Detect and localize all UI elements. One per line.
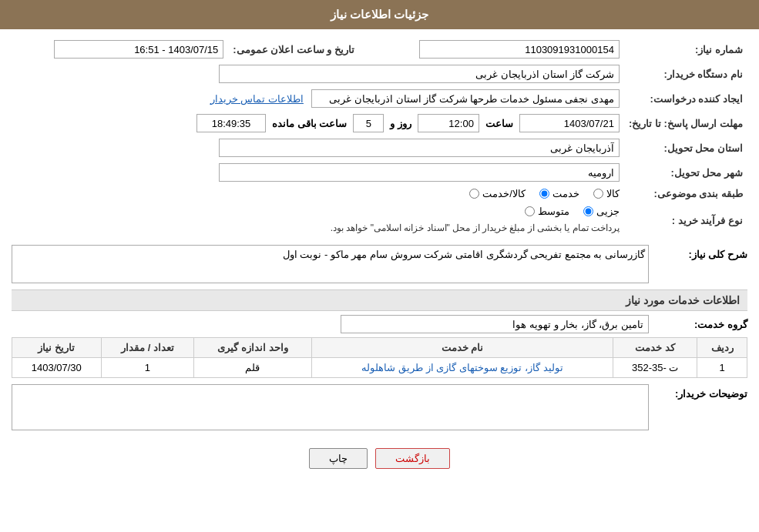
page-wrapper: جزئیات اطلاعات نیاز شماره نیاز: 11030919… <box>0 0 759 532</box>
remaining-input: 18:49:35 <box>196 114 266 132</box>
announce-date-value: 1403/07/15 - 16:51 <box>12 37 228 62</box>
radio-kala[interactable]: کالا <box>591 188 620 199</box>
radio-khadamat-input[interactable] <box>539 189 549 199</box>
col-header-code: کد خدمت <box>613 338 697 358</box>
creator-input: مهدی نجفی مسئول خدمات طرحها شرکت گاز است… <box>311 89 620 108</box>
radio-motavaset[interactable]: متوسط <box>522 206 569 217</box>
sharh-label: شرح کلی نیاز: <box>655 245 747 260</box>
category-value: کالا/خدمت خدمت کالا <box>12 185 624 202</box>
service-table-body: 1 ت -35-352 تولید گاز، توزیع سوختهای گاز… <box>12 358 747 378</box>
page-title: جزئیات اطلاعات نیاز <box>331 8 428 21</box>
deadline-label: مهلت ارسال پاسخ: تا تاریخ: <box>624 111 747 136</box>
order-number-label: شماره نیاز: <box>624 37 747 62</box>
info-table: شماره نیاز: 1103091931000154 تاریخ و ساع… <box>12 37 747 239</box>
radio-kala-khadamat-label: کالا/خدمت <box>482 188 526 199</box>
cell-unit: قلم <box>194 358 311 378</box>
page-header: جزئیات اطلاعات نیاز <box>0 0 759 29</box>
province-label: استان محل تحویل: <box>624 136 747 160</box>
announce-date-label: تاریخ و ساعت اعلان عمومی: <box>228 37 370 62</box>
group-service-input: تامین برق، گاز، بخار و تهویه هوا <box>341 315 649 333</box>
table-row: 1 ت -35-352 تولید گاز، توزیع سوختهای گاز… <box>12 358 747 378</box>
order-number-input: 1103091931000154 <box>419 40 620 59</box>
purchase-type-label: نوع فرآیند خرید : <box>624 202 747 239</box>
radio-kala-input[interactable] <box>593 189 603 199</box>
buyer-desc-label: توضیحات خریدار: <box>655 384 747 400</box>
content-area: شماره نیاز: 1103091931000154 تاریخ و ساع… <box>0 29 759 488</box>
radio-motavaset-label: متوسط <box>538 206 569 217</box>
service-info-title: اطلاعات خدمات مورد نیاز <box>12 289 747 311</box>
sharh-row: شرح کلی نیاز: گازرسانی به مجتمع تفریحی گ… <box>12 245 747 283</box>
radio-khadamat-label: خدمت <box>552 188 579 199</box>
city-input: ارومیه <box>219 163 620 182</box>
col-header-date: تاریخ نیاز <box>12 338 102 358</box>
service-table: ردیف کد خدمت نام خدمت واحد اندازه گیری ت… <box>12 337 747 378</box>
buyer-name-input: شرکت گاز استان اذربایجان غربی <box>219 65 620 83</box>
response-date-input: 1403/07/21 <box>519 114 620 132</box>
col-header-qty: تعداد / مقدار <box>101 338 194 358</box>
response-time-input: 12:00 <box>418 114 479 132</box>
order-number-value: 1103091931000154 <box>370 37 624 62</box>
radio-khadamat[interactable]: خدمت <box>537 188 579 199</box>
print-button[interactable]: چاپ <box>309 448 368 469</box>
table-header-row: ردیف کد خدمت نام خدمت واحد اندازه گیری ت… <box>12 338 747 358</box>
buyer-name-label: نام دستگاه خریدار: <box>624 62 747 86</box>
radio-jozvi-input[interactable] <box>583 206 593 216</box>
cell-service-name: تولید گاز، توزیع سوختهای گازی از طریق شا… <box>311 358 613 378</box>
time-label: ساعت <box>485 118 513 129</box>
group-service-label: گروه خدمت: <box>655 319 747 330</box>
purchase-type-value: متوسط جزیی پرداخت تمام یا بخشی از مبلغ خ… <box>12 202 624 239</box>
radio-jozvi[interactable]: جزیی <box>581 206 620 217</box>
radio-jozvi-label: جزیی <box>596 206 620 217</box>
creator-value: مهدی نجفی مسئول خدمات طرحها شرکت گاز است… <box>12 86 624 111</box>
cell-date: 1403/07/30 <box>12 358 102 378</box>
contact-link[interactable]: اطلاعات تماس خریدار <box>210 93 304 105</box>
button-row: بازگشت چاپ <box>12 437 747 480</box>
buyer-desc-row: توضیحات خریدار: <box>12 384 747 430</box>
col-header-unit: واحد اندازه گیری <box>194 338 311 358</box>
category-label: طبقه بندی موضوعی: <box>624 185 747 202</box>
cell-code: ت -35-352 <box>613 358 697 378</box>
creator-label: ایجاد کننده درخواست: <box>624 86 747 111</box>
city-label: شهر محل تحویل: <box>624 160 747 185</box>
radio-kala-khadamat-input[interactable] <box>469 189 479 199</box>
province-input: آذربایجان غربی <box>219 139 620 157</box>
province-value: آذربایجان غربی <box>12 136 624 160</box>
deadline-row: 1403/07/21 ساعت 12:00 روز و 5 ساعت باقی … <box>12 111 624 136</box>
announce-date-input: 1403/07/15 - 16:51 <box>54 40 223 59</box>
buyer-name-value: شرکت گاز استان اذربایجان غربی <box>12 62 624 86</box>
buyer-desc-textarea[interactable] <box>12 384 649 430</box>
radio-kala-khadamat[interactable]: کالا/خدمت <box>467 188 526 199</box>
radio-motavaset-input[interactable] <box>525 206 535 216</box>
remaining-label: ساعت باقی مانده <box>272 118 347 129</box>
group-service-row: گروه خدمت: تامین برق، گاز، بخار و تهویه … <box>12 315 747 333</box>
col-header-row: ردیف <box>697 338 747 358</box>
back-button[interactable]: بازگشت <box>375 448 450 469</box>
days-label: روز و <box>390 118 411 129</box>
cell-qty: 1 <box>101 358 194 378</box>
radio-kala-label: کالا <box>606 188 620 199</box>
purchase-notice: پرداخت تمام یا بخشی از مبلغ خریدار از مح… <box>16 220 620 236</box>
sharh-input[interactable]: گازرسانی به مجتمع تفریحی گردشگری اقامتی … <box>12 245 649 283</box>
col-header-service-name: نام خدمت <box>311 338 613 358</box>
city-value: ارومیه <box>12 160 624 185</box>
cell-row: 1 <box>697 358 747 378</box>
days-input: 5 <box>353 114 384 132</box>
